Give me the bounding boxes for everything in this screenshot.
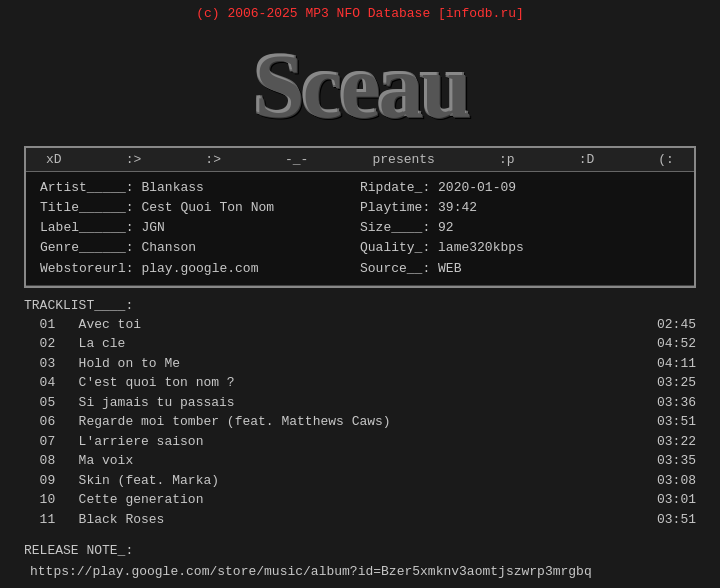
track-duration: 03:25 xyxy=(657,373,696,393)
quality-label: Quality_: xyxy=(360,240,430,255)
size-value: 92 xyxy=(438,220,454,235)
header-3: :> xyxy=(205,152,221,167)
track-duration: 03:51 xyxy=(657,412,696,432)
track-duration: 02:45 xyxy=(657,315,696,335)
track-num-title: 10 Cette generation xyxy=(24,490,657,510)
playtime-value: 39:42 xyxy=(438,200,477,215)
track-row: 02 La cle 04:52 xyxy=(24,334,696,354)
track-duration: 03:51 xyxy=(657,510,696,530)
track-num-title: 09 Skin (feat. Marka) xyxy=(24,471,657,491)
track-row: 06 Regarde moi tomber (feat. Matthews Ca… xyxy=(24,412,696,432)
webstore-label: Webstoreurl: xyxy=(40,261,134,276)
header-d: :D xyxy=(579,152,595,167)
release-note: RELEASE NOTE_: xyxy=(0,533,720,562)
header-2: :> xyxy=(126,152,142,167)
header-paren: (: xyxy=(658,152,674,167)
size-label: Size____: xyxy=(360,220,430,235)
artist-value: Blankass xyxy=(141,180,203,195)
top-credit: (c) 2006-2025 MP3 NFO Database [infodb.r… xyxy=(0,0,720,25)
logo-text: Sceau xyxy=(253,33,468,136)
track-num-title: 11 Black Roses xyxy=(24,510,657,530)
title-label: Title______: xyxy=(40,200,134,215)
track-num-title: 05 Si jamais tu passais xyxy=(24,393,657,413)
track-row: 08 Ma voix 03:35 xyxy=(24,451,696,471)
track-duration: 03:36 xyxy=(657,393,696,413)
tracklist-header: TRACKLIST____: xyxy=(24,298,696,313)
quality-value: lame320kbps xyxy=(438,240,524,255)
playtime-label: Playtime: xyxy=(360,200,430,215)
tracklist-area: TRACKLIST____: 01 Avec toi 02:45 02 La c… xyxy=(0,288,720,534)
header-p: :p xyxy=(499,152,515,167)
track-duration: 03:08 xyxy=(657,471,696,491)
nfo-header: xD :> :> -_- presents :p :D (: xyxy=(26,148,694,172)
webstore-value: play.google.com xyxy=(141,261,258,276)
meta-right: Ripdate_: 2020-01-09 Playtime: 39:42 Siz… xyxy=(360,178,680,279)
track-row: 07 L'arriere saison 03:22 xyxy=(24,432,696,452)
header-presents: presents xyxy=(372,152,434,167)
track-num-title: 01 Avec toi xyxy=(24,315,657,335)
source-value: WEB xyxy=(438,261,461,276)
ripdate-value: 2020-01-09 xyxy=(438,180,516,195)
track-num-title: 02 La cle xyxy=(24,334,657,354)
track-row: 05 Si jamais tu passais 03:36 xyxy=(24,393,696,413)
track-duration: 03:35 xyxy=(657,451,696,471)
track-num-title: 07 L'arriere saison xyxy=(24,432,657,452)
tracks-container: 01 Avec toi 02:45 02 La cle 04:52 03 Hol… xyxy=(24,315,696,530)
track-num-title: 06 Regarde moi tomber (feat. Matthews Ca… xyxy=(24,412,657,432)
meta-left: Artist_____: Blankass Title______: Cest … xyxy=(40,178,360,279)
track-num-title: 08 Ma voix xyxy=(24,451,657,471)
release-url: https://play.google.com/store/music/albu… xyxy=(0,562,720,588)
track-duration: 04:52 xyxy=(657,334,696,354)
track-row: 09 Skin (feat. Marka) 03:08 xyxy=(24,471,696,491)
genre-label: Genre______: xyxy=(40,240,134,255)
nfo-meta: Artist_____: Blankass Title______: Cest … xyxy=(26,172,694,286)
track-row: 03 Hold on to Me 04:11 xyxy=(24,354,696,374)
track-num-title: 04 C'est quoi ton nom ? xyxy=(24,373,657,393)
track-duration: 04:11 xyxy=(657,354,696,374)
track-row: 01 Avec toi 02:45 xyxy=(24,315,696,335)
nfo-box: xD :> :> -_- presents :p :D (: Artist___… xyxy=(24,146,696,288)
genre-value: Chanson xyxy=(141,240,196,255)
ripdate-label: Ripdate_: xyxy=(360,180,430,195)
header-dash: -_- xyxy=(285,152,308,167)
track-num-title: 03 Hold on to Me xyxy=(24,354,657,374)
artist-label: Artist_____: xyxy=(40,180,134,195)
title-value: Cest Quoi Ton Nom xyxy=(141,200,274,215)
track-row: 10 Cette generation 03:01 xyxy=(24,490,696,510)
track-row: 04 C'est quoi ton nom ? 03:25 xyxy=(24,373,696,393)
label-value: JGN xyxy=(141,220,164,235)
track-duration: 03:01 xyxy=(657,490,696,510)
logo-area: Sceau xyxy=(0,25,720,146)
track-row: 11 Black Roses 03:51 xyxy=(24,510,696,530)
header-xd: xD xyxy=(46,152,62,167)
label-label: Label______: xyxy=(40,220,134,235)
track-duration: 03:22 xyxy=(657,432,696,452)
source-label: Source__: xyxy=(360,261,430,276)
